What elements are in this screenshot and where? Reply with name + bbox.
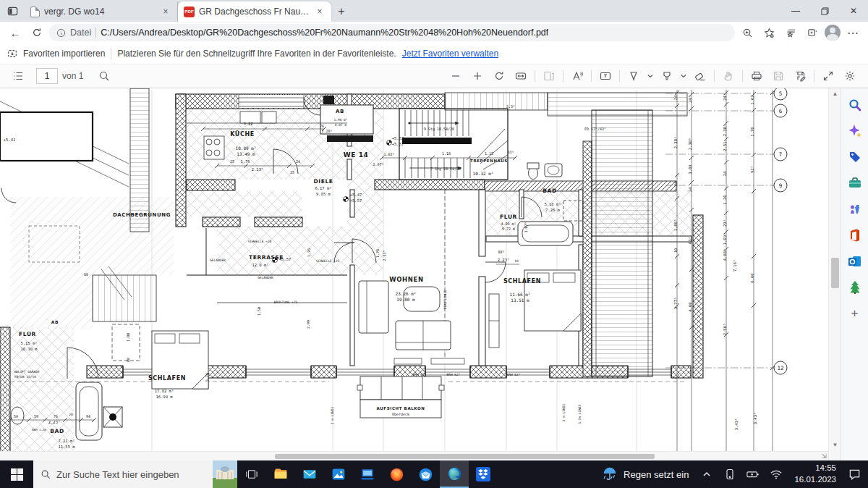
plan-label: 6.00: [750, 273, 754, 282]
scroll-up-icon[interactable]: ▲: [829, 88, 841, 99]
save-as-icon[interactable]: [789, 66, 811, 86]
new-tab-button[interactable]: +: [331, 1, 352, 22]
add-text-icon[interactable]: [595, 66, 616, 86]
tab-close-icon[interactable]: ×: [314, 6, 326, 17]
tab-actions-menu-icon[interactable]: [0, 0, 25, 22]
horizontal-scrollbar[interactable]: ⇲: [0, 451, 828, 460]
add-sidebar-item-icon[interactable]: +: [847, 306, 863, 321]
plan-label: 4.07 m: [335, 123, 347, 127]
pdf-toolbar: von 1: [0, 64, 868, 88]
tab-1[interactable]: vergr. DG wo14 ×: [25, 1, 178, 22]
import-favorites-label[interactable]: Favoriten importieren: [23, 49, 105, 59]
plan-label: +5.52: [392, 136, 404, 140]
tab-2-active[interactable]: PDF GR Dachgeschoss Fr Naumann S ×: [178, 1, 331, 22]
zoom-page-icon[interactable]: [738, 24, 757, 41]
fullscreen-icon[interactable]: [817, 66, 839, 86]
highlight-options-chevron-icon[interactable]: [678, 66, 689, 86]
toc-icon[interactable]: [7, 66, 29, 86]
zoom-in-icon[interactable]: [467, 66, 488, 86]
phone-link-icon[interactable]: [722, 468, 738, 480]
plan-label: DACHBEGRÜNUNG: [113, 211, 171, 218]
remote-desktop-icon[interactable]: [353, 460, 382, 488]
plan-label: 1.18: [442, 151, 451, 156]
settings-more-icon[interactable]: ⋯: [843, 24, 862, 41]
outlook-icon[interactable]: [847, 253, 863, 269]
plan-label: 2.13⁵: [252, 167, 264, 172]
address-field[interactable]: Datei C:/Users/Andrea/Desktop/GR%20Dachg…: [49, 24, 735, 41]
plan-label: 12.0 m²: [252, 263, 268, 267]
print-icon[interactable]: [746, 66, 767, 86]
profile-avatar[interactable]: [825, 25, 841, 41]
browser-window: vergr. DG wo14 × PDF GR Dachgeschoss Fr …: [0, 0, 868, 488]
mail-icon[interactable]: [295, 460, 324, 488]
minimize-button[interactable]: —: [781, 0, 810, 22]
plan-label: +5.41: [4, 138, 16, 142]
read-aloud-icon[interactable]: [566, 66, 588, 86]
plan-label: 94: [86, 414, 90, 418]
taskbar-search-box[interactable]: Zur Suche Text hier eingeben: [33, 460, 237, 488]
horizontal-scroll-thumb[interactable]: [275, 454, 655, 459]
plan-label: 2.23⁵: [48, 420, 61, 424]
thunderbird-icon[interactable]: [411, 460, 440, 488]
site-label[interactable]: Datei: [70, 28, 91, 38]
bing-search-icon[interactable]: [847, 97, 863, 113]
plan-label: 4.00: [688, 302, 692, 311]
tools-briefcase-icon[interactable]: [847, 175, 863, 191]
zoom-out-icon[interactable]: [445, 66, 467, 86]
fit-to-width-icon[interactable]: [510, 66, 532, 86]
shopping-tag-icon[interactable]: [847, 149, 863, 165]
plan-label: 9.72 m: [502, 227, 515, 231]
window-controls: — ✕: [781, 0, 868, 22]
scroll-down-icon[interactable]: ▼: [829, 439, 841, 450]
browser-essentials-icon[interactable]: [803, 24, 822, 41]
system-tray: Regen setzt ein 14:55 16.01.2023: [599, 460, 868, 488]
vertical-scroll-thumb[interactable]: [831, 258, 839, 288]
office-icon[interactable]: [847, 227, 863, 243]
taskbar-clock[interactable]: 14:55 16.01.2023: [791, 463, 839, 485]
info-icon[interactable]: [56, 28, 66, 38]
back-icon[interactable]: ←: [6, 24, 25, 41]
draw-icon[interactable]: [623, 66, 644, 86]
highlight-icon[interactable]: [656, 66, 678, 86]
plan-label: 2.38⁵: [723, 125, 727, 137]
action-center-icon[interactable]: [846, 468, 862, 481]
grid-axis-number: 7: [779, 151, 783, 158]
close-button[interactable]: ✕: [839, 0, 868, 22]
erase-icon[interactable]: [689, 66, 711, 86]
firefox-icon[interactable]: [382, 460, 411, 488]
photos-icon[interactable]: [324, 460, 353, 488]
rotate-icon[interactable]: [488, 66, 510, 86]
manage-favorites-link[interactable]: Jetzt Favoriten verwalten: [402, 49, 498, 59]
games-chess-icon[interactable]: [847, 201, 863, 217]
page-number-input[interactable]: [36, 68, 58, 84]
vertical-scrollbar[interactable]: ▲ ▼: [828, 88, 841, 460]
plan-label: 5.76: [205, 373, 209, 382]
tree-app-icon[interactable]: [847, 279, 863, 295]
task-view-icon[interactable]: [237, 460, 266, 488]
pdf-settings-gear-icon[interactable]: [839, 66, 861, 86]
plan-label: BAD: [542, 188, 557, 194]
start-button[interactable]: [0, 460, 33, 488]
plan-label: 11.66 m²: [510, 292, 531, 297]
plan-label: DIELE: [313, 178, 333, 185]
search-highlight-image[interactable]: [213, 460, 237, 488]
weather-widget[interactable]: Regen setzt ein: [599, 466, 692, 482]
edge-taskbar-icon[interactable]: [440, 460, 469, 488]
plan-label: 1.00: [126, 333, 130, 342]
refresh-icon[interactable]: [27, 24, 46, 41]
url-text[interactable]: C:/Users/Andrea/Desktop/GR%20Dachgeschos…: [101, 28, 548, 38]
favorite-star-icon[interactable]: [760, 24, 778, 41]
tab-close-icon[interactable]: ×: [160, 6, 171, 17]
file-explorer-icon[interactable]: [266, 460, 295, 488]
import-favorites-icon[interactable]: [7, 49, 17, 59]
collections-icon[interactable]: [781, 24, 800, 41]
wifi-icon[interactable]: [768, 468, 784, 480]
copilot-discover-icon[interactable]: [847, 123, 863, 139]
battery-charging-icon[interactable]: [745, 468, 761, 480]
search-document-icon[interactable]: [93, 66, 115, 86]
tray-chevron-icon[interactable]: [699, 470, 715, 479]
restore-button[interactable]: [810, 0, 839, 22]
plan-label: 2 m LINIE: [562, 404, 566, 422]
draw-options-chevron-icon[interactable]: [644, 66, 656, 86]
dropbox-icon[interactable]: [469, 460, 498, 488]
